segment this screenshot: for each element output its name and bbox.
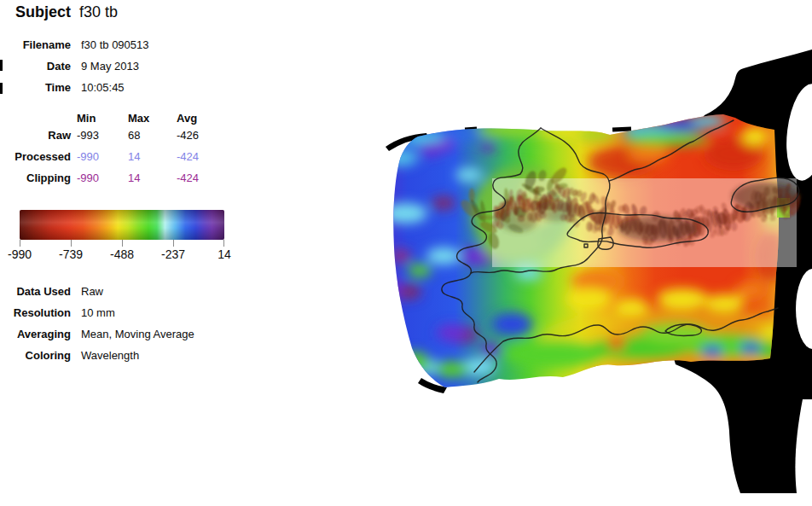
time-value: 10:05:45 xyxy=(81,81,125,95)
subject-row: Subject f30 tb xyxy=(0,5,264,22)
tick-mark xyxy=(71,240,72,247)
stats-header-row: Min Max Avg xyxy=(0,112,264,129)
stats-clipping-min: -990 xyxy=(77,172,99,185)
stats-processed-avg: -424 xyxy=(177,150,199,164)
coloring-value: Wavelength xyxy=(81,349,139,363)
filename-label: Filename xyxy=(0,38,71,52)
data-used-label: Data Used xyxy=(0,285,71,299)
stats-row-clipping: Clipping -990 14 -424 xyxy=(0,172,264,189)
tick-mark xyxy=(122,240,123,247)
tick-mark xyxy=(223,240,224,247)
data-used-row: Data Used Raw xyxy=(0,285,264,302)
subject-value: f30 tb xyxy=(79,5,118,19)
color-scale: -990 -739 -488 -237 14 xyxy=(20,210,224,265)
averaging-value: Mean, Moving Average xyxy=(81,328,194,341)
edge-artifact xyxy=(0,60,3,71)
stats-clipping-avg: -424 xyxy=(177,172,199,185)
tick-label: -990 xyxy=(8,247,32,261)
date-value: 9 May 2013 xyxy=(81,60,139,73)
filename-row: Filename f30 tb 090513 xyxy=(0,38,264,55)
stats-clipping-max: 14 xyxy=(128,172,140,185)
resolution-label: Resolution xyxy=(0,306,71,320)
stats-raw-label: Raw xyxy=(0,129,71,142)
tick-label: -739 xyxy=(59,247,83,261)
stats-clipping-label: Clipping xyxy=(0,172,71,185)
tick-label: -488 xyxy=(110,247,134,261)
stats-raw-avg: -426 xyxy=(177,129,199,142)
date-label: Date xyxy=(0,60,71,73)
tick-mark xyxy=(20,240,20,247)
edge-artifact xyxy=(0,83,3,94)
stats-col-min: Min xyxy=(77,112,96,125)
data-used-value: Raw xyxy=(81,285,103,299)
color-scale-gradient xyxy=(20,210,224,240)
averaging-row: Averaging Mean, Moving Average xyxy=(0,328,264,345)
time-row: Time 10:05:45 xyxy=(0,81,264,98)
tick-mark xyxy=(173,240,174,247)
coloring-row: Coloring Wavelength xyxy=(0,349,264,366)
coloring-label: Coloring xyxy=(0,349,71,363)
stats-row-raw: Raw -993 68 -426 xyxy=(0,129,264,146)
resolution-value: 10 mm xyxy=(81,306,115,320)
filename-value: f30 tb 090513 xyxy=(81,38,149,52)
subject-label: Subject xyxy=(0,5,71,19)
stats-col-max: Max xyxy=(128,112,149,125)
stats-processed-label: Processed xyxy=(0,150,71,164)
stats-processed-min: -990 xyxy=(77,150,99,164)
stats-raw-max: 68 xyxy=(128,129,140,142)
date-row: Date 9 May 2013 xyxy=(0,60,264,77)
stats-raw-min: -993 xyxy=(77,129,99,142)
stats-row-processed: Processed -990 14 -424 xyxy=(0,150,264,167)
averaging-label: Averaging xyxy=(0,328,71,341)
stats-col-avg: Avg xyxy=(177,112,197,125)
info-panel: Subject f30 tb Filename f30 tb 090513 Da… xyxy=(0,0,264,506)
stats-processed-max: 14 xyxy=(128,150,140,164)
resolution-row: Resolution 10 mm xyxy=(0,306,264,323)
tick-label: 14 xyxy=(218,247,231,261)
time-label: Time xyxy=(0,81,71,95)
tick-label: -237 xyxy=(161,247,185,261)
